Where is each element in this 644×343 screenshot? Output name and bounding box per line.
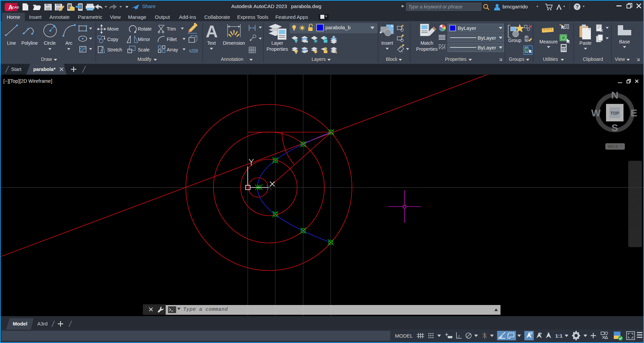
svg-text:Copy: Copy bbox=[107, 37, 118, 42]
svg-text:parabola*: parabola* bbox=[33, 67, 55, 72]
svg-text:Insert: Insert bbox=[381, 40, 393, 46]
svg-text:ByLayer: ByLayer bbox=[478, 35, 496, 41]
svg-text:Base: Base bbox=[619, 39, 630, 44]
svg-text:[−][Top][2D Wireframe]: [−][Top][2D Wireframe] bbox=[3, 78, 52, 84]
svg-text:TOP: TOP bbox=[610, 111, 619, 116]
svg-text:Properties: Properties bbox=[267, 46, 288, 52]
svg-text:WCS: WCS bbox=[608, 144, 618, 149]
svg-text:Paste: Paste bbox=[579, 40, 592, 46]
svg-text:Group: Group bbox=[508, 38, 521, 43]
svg-text:Dimension: Dimension bbox=[223, 40, 245, 46]
svg-text:Stretch: Stretch bbox=[107, 47, 122, 52]
svg-text:MODEL: MODEL bbox=[395, 333, 413, 339]
svg-text:1:1: 1:1 bbox=[555, 333, 563, 339]
svg-text:Groups: Groups bbox=[509, 56, 524, 62]
svg-text:Circle: Circle bbox=[44, 40, 56, 46]
svg-text:Move: Move bbox=[107, 26, 119, 32]
svg-text:Arc: Arc bbox=[66, 40, 73, 46]
svg-text:View: View bbox=[615, 56, 625, 62]
svg-text:Trim: Trim bbox=[167, 26, 176, 32]
svg-text:Line: Line bbox=[7, 40, 16, 46]
svg-text:Array: Array bbox=[167, 47, 178, 52]
svg-text:Clipboard: Clipboard bbox=[583, 56, 603, 62]
svg-text:Draw: Draw bbox=[41, 56, 52, 62]
svg-text:Text: Text bbox=[207, 40, 216, 46]
svg-text:Properties: Properties bbox=[445, 56, 467, 62]
svg-text:Layer: Layer bbox=[271, 40, 283, 46]
svg-text:A: A bbox=[206, 22, 218, 41]
svg-text:Start: Start bbox=[11, 67, 22, 72]
svg-text:E: E bbox=[631, 107, 637, 118]
svg-text:Scale: Scale bbox=[138, 47, 150, 52]
svg-text:ByLayer: ByLayer bbox=[458, 25, 476, 31]
svg-text:A3rd: A3rd bbox=[37, 321, 48, 327]
svg-text:?: ? bbox=[576, 4, 579, 9]
svg-text:W: W bbox=[591, 107, 601, 118]
svg-text:Mirror: Mirror bbox=[138, 37, 150, 42]
svg-text:Measure: Measure bbox=[539, 39, 558, 44]
svg-text:Model: Model bbox=[13, 321, 27, 327]
svg-text:Annotation: Annotation bbox=[221, 56, 243, 62]
svg-text:Properties: Properties bbox=[416, 46, 438, 52]
svg-text:Modify: Modify bbox=[137, 56, 151, 62]
svg-text:ByLayer: ByLayer bbox=[478, 45, 496, 50]
svg-text:N: N bbox=[611, 89, 618, 101]
svg-text:Block: Block bbox=[386, 56, 398, 62]
svg-text:Match: Match bbox=[420, 40, 433, 46]
svg-text:parabola_b: parabola_b bbox=[325, 25, 351, 30]
svg-text:Layers: Layers bbox=[312, 56, 326, 62]
svg-text:Polyline: Polyline bbox=[21, 40, 38, 46]
svg-text:Rotate: Rotate bbox=[138, 26, 152, 32]
svg-text:Utilities: Utilities bbox=[543, 56, 558, 62]
svg-text:Fillet: Fillet bbox=[167, 37, 177, 42]
svg-text:CAD: CAD bbox=[12, 5, 19, 9]
svg-text:S: S bbox=[611, 122, 618, 133]
